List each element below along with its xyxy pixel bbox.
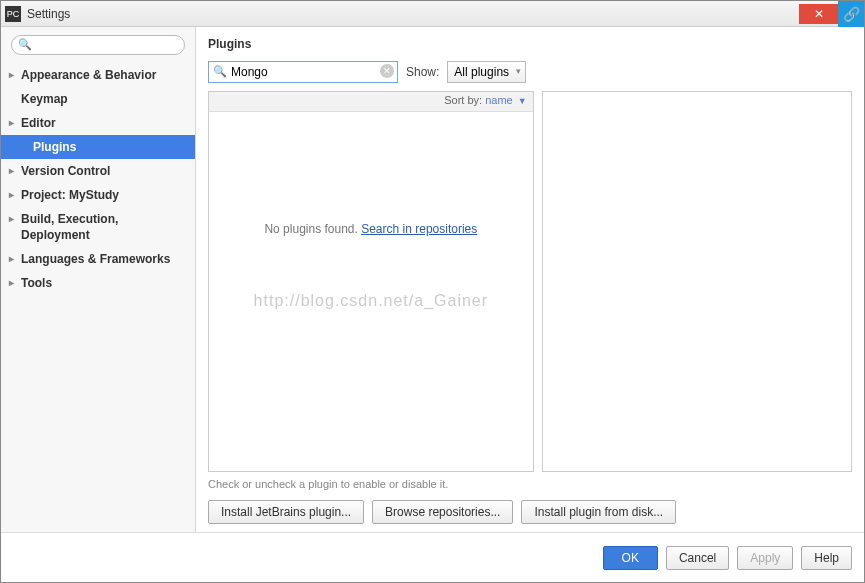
sidebar-item-build[interactable]: Build, Execution, Deployment [1, 207, 195, 247]
install-from-disk-button[interactable]: Install plugin from disk... [521, 500, 676, 524]
app-icon: PC [5, 6, 21, 22]
sidebar-item-editor[interactable]: Editor [1, 111, 195, 135]
show-dropdown[interactable]: All plugins [447, 61, 526, 83]
search-row: 🔍 ✕ Show: All plugins [208, 61, 852, 83]
window-title: Settings [27, 7, 799, 21]
show-value: All plugins [454, 65, 509, 79]
link-icon[interactable]: 🔗 [838, 1, 864, 27]
clear-icon[interactable]: ✕ [380, 64, 394, 78]
sidebar-item-label: Tools [21, 276, 52, 290]
sidebar-item-label: Languages & Frameworks [21, 252, 170, 266]
plugin-list-panel: Sort by: name ▼ No plugins found. Search… [208, 91, 534, 472]
watermark: http://blog.csdn.net/a_Gainer [209, 292, 533, 310]
sidebar-item-label: Appearance & Behavior [21, 68, 156, 82]
search-repositories-link[interactable]: Search in repositories [361, 222, 477, 236]
help-button[interactable]: Help [801, 546, 852, 570]
sidebar-item-version-control[interactable]: Version Control [1, 159, 195, 183]
sidebar-item-label: Keymap [21, 92, 68, 106]
sort-value: name [485, 94, 513, 106]
body-area: 🔍 Appearance & Behavior Keymap Editor Pl… [1, 27, 864, 532]
plugin-search: 🔍 ✕ [208, 61, 398, 83]
sort-label: Sort by: [444, 94, 482, 106]
cancel-button[interactable]: Cancel [666, 546, 729, 570]
show-label: Show: [406, 65, 439, 79]
sidebar-item-appearance[interactable]: Appearance & Behavior [1, 63, 195, 87]
hint-text: Check or uncheck a plugin to enable or d… [208, 478, 852, 490]
sidebar-item-label: Project: MyStudy [21, 188, 119, 202]
settings-window: PC Settings ✕ 🔗 🔍 Appearance & Behavior … [0, 0, 865, 583]
sidebar-item-keymap[interactable]: Keymap [1, 87, 195, 111]
plugin-detail-panel [542, 91, 852, 472]
apply-button[interactable]: Apply [737, 546, 793, 570]
sidebar: 🔍 Appearance & Behavior Keymap Editor Pl… [1, 27, 196, 532]
sidebar-item-label: Version Control [21, 164, 110, 178]
sidebar-item-project[interactable]: Project: MyStudy [1, 183, 195, 207]
empty-text: No plugins found. [264, 222, 357, 236]
sidebar-search: 🔍 [11, 35, 185, 55]
sidebar-item-label: Plugins [33, 140, 76, 154]
plugin-search-input[interactable] [208, 61, 398, 83]
ok-button[interactable]: OK [603, 546, 658, 570]
footer: OK Cancel Apply Help [1, 532, 864, 582]
sidebar-search-input[interactable] [11, 35, 185, 55]
empty-message: No plugins found. Search in repositories [209, 222, 533, 236]
sort-bar[interactable]: Sort by: name ▼ [209, 92, 533, 112]
sidebar-item-tools[interactable]: Tools [1, 271, 195, 295]
main-panel: Plugins 🔍 ✕ Show: All plugins Sort by: n… [196, 27, 864, 532]
close-button[interactable]: ✕ [799, 4, 839, 24]
sidebar-item-label: Build, Execution, Deployment [21, 212, 118, 242]
chevron-down-icon: ▼ [518, 96, 527, 106]
install-jetbrains-button[interactable]: Install JetBrains plugin... [208, 500, 364, 524]
page-title: Plugins [208, 37, 852, 51]
titlebar: PC Settings ✕ 🔗 [1, 1, 864, 27]
sidebar-item-languages[interactable]: Languages & Frameworks [1, 247, 195, 271]
sidebar-item-plugins[interactable]: Plugins [1, 135, 195, 159]
action-row: Install JetBrains plugin... Browse repos… [208, 500, 852, 524]
panels: Sort by: name ▼ No plugins found. Search… [208, 91, 852, 472]
sidebar-tree: Appearance & Behavior Keymap Editor Plug… [1, 63, 195, 295]
search-icon: 🔍 [213, 65, 227, 78]
browse-repositories-button[interactable]: Browse repositories... [372, 500, 513, 524]
sidebar-item-label: Editor [21, 116, 56, 130]
search-icon: 🔍 [18, 38, 32, 51]
